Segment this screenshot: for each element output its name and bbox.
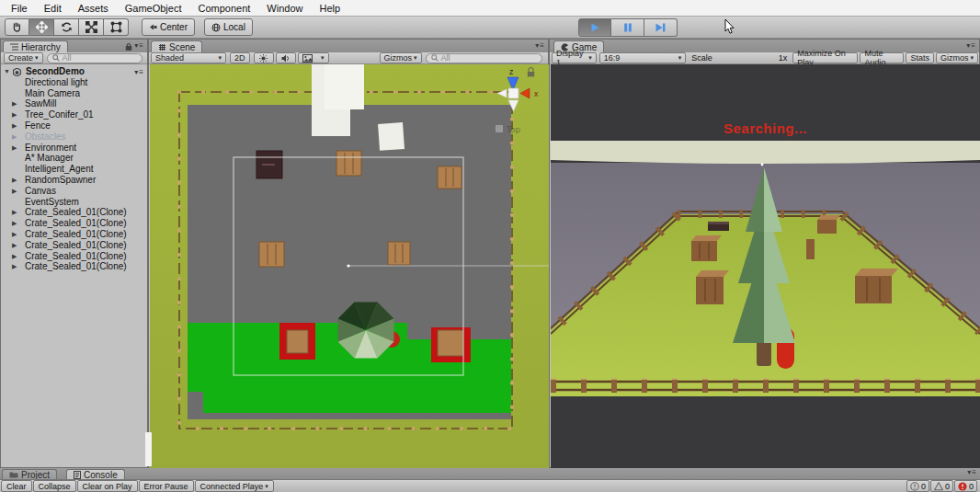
- unity-scene-icon: [13, 68, 21, 76]
- rotate-tool-button[interactable]: [54, 18, 79, 36]
- scene-lighting-button[interactable]: [254, 52, 274, 63]
- tab-project-label: Project: [21, 470, 50, 480]
- menu-window[interactable]: Window: [258, 0, 311, 17]
- scale-icon: [85, 21, 97, 33]
- lock-icon[interactable]: [125, 43, 132, 51]
- scene-search-input[interactable]: All: [426, 53, 542, 63]
- shading-mode-dropdown[interactable]: Shaded▾: [151, 52, 226, 63]
- scene-panel-menu-icon[interactable]: ▾≡: [535, 41, 545, 50]
- game-panel-menu-icon[interactable]: ▾≡: [966, 41, 976, 50]
- scene-viewport-canvas[interactable]: z x Top: [150, 64, 549, 468]
- play-button[interactable]: [578, 18, 611, 37]
- mute-audio-button[interactable]: Mute Audio: [860, 52, 904, 63]
- console-error-filter[interactable]: 0: [954, 480, 977, 492]
- hierarchy-item[interactable]: ▶Tree_Conifer_01: [1, 109, 147, 120]
- hierarchy-item[interactable]: Main Camera: [1, 88, 147, 99]
- chevron-down-icon: ▾: [218, 54, 222, 62]
- hierarchy-item-disabled[interactable]: ▶Obstacles: [1, 132, 147, 143]
- scene-edge-scrollbar[interactable]: [145, 432, 152, 466]
- move-tool-button[interactable]: [29, 18, 54, 36]
- foldout-icon[interactable]: ▶: [12, 143, 17, 154]
- chevron-down-icon: ▾: [35, 54, 39, 62]
- hierarchy-item[interactable]: ▶Fence: [1, 120, 147, 132]
- hierarchy-panel-menu-icon[interactable]: ▾≡: [134, 41, 144, 50]
- scale-tool-button[interactable]: [79, 18, 104, 36]
- foldout-icon[interactable]: ▶: [12, 132, 17, 143]
- hierarchy-item[interactable]: ▶Environment: [1, 143, 147, 154]
- console-warning-filter[interactable]: 0: [930, 480, 953, 492]
- search-icon: [52, 54, 60, 62]
- foldout-icon[interactable]: ▶: [12, 218, 17, 229]
- space-local-button[interactable]: Local: [204, 18, 253, 36]
- game-tabstrip: Game ▾≡: [550, 40, 979, 52]
- scene-tree[interactable]: [338, 303, 394, 359]
- menu-assets[interactable]: Assets: [70, 0, 117, 17]
- bottom-panel-menu-icon[interactable]: ▾≡: [967, 468, 977, 476]
- 2d-toggle-button[interactable]: 2D: [230, 52, 250, 63]
- foldout-icon[interactable]: ▶: [12, 175, 17, 186]
- scene-effects-dropdown[interactable]: ▾: [298, 52, 329, 63]
- hand-tool-button[interactable]: [5, 18, 29, 36]
- foldout-open-icon[interactable]: ▼: [4, 66, 10, 77]
- tab-project[interactable]: Project: [2, 469, 57, 479]
- scene-audio-button[interactable]: [276, 52, 296, 63]
- error-icon: [958, 482, 967, 491]
- rect-tool-button[interactable]: [104, 18, 129, 36]
- console-connected-player-dropdown[interactable]: Connected Playe▾: [195, 480, 274, 492]
- hierarchy-item[interactable]: A* Manager: [1, 153, 147, 164]
- stats-button[interactable]: Stats: [906, 52, 934, 63]
- hierarchy-item[interactable]: Directional light: [1, 77, 147, 88]
- menu-gameobject[interactable]: GameObject: [117, 0, 190, 17]
- console-error-pause-button[interactable]: Error Pause: [139, 480, 194, 492]
- scene-root-row[interactable]: ▼ SecondDemo ▾≡: [1, 66, 147, 77]
- hierarchy-item[interactable]: ▶Crate_Sealed_01(Clone): [1, 251, 147, 262]
- tab-console[interactable]: Console: [66, 469, 125, 479]
- console-clear-on-play-button[interactable]: Clear on Play: [77, 480, 138, 492]
- game-gizmos-dropdown[interactable]: Gizmos▾: [936, 52, 978, 63]
- foldout-icon[interactable]: ▶: [12, 261, 17, 272]
- hierarchy-item[interactable]: ▶Canvas: [1, 186, 147, 197]
- create-button[interactable]: Create▾: [4, 52, 43, 63]
- scene-gizmos-dropdown[interactable]: Gizmos▾: [380, 52, 422, 63]
- hierarchy-item[interactable]: ▶RandomSpawner: [1, 175, 147, 186]
- menu-file[interactable]: File: [3, 0, 36, 17]
- menu-edit[interactable]: Edit: [36, 0, 70, 17]
- pivot-center-button[interactable]: Center: [142, 18, 195, 36]
- display-dropdown[interactable]: Display 1▾: [552, 52, 597, 63]
- foldout-icon[interactable]: ▶: [12, 109, 17, 120]
- hierarchy-toolbar: Create▾ All: [1, 52, 147, 64]
- hierarchy-item[interactable]: ▶Crate_Sealed_01(Clone): [1, 218, 147, 229]
- hierarchy-search-input[interactable]: All: [47, 53, 142, 63]
- hierarchy-item[interactable]: ▶Crate_Sealed_01(Clone): [1, 240, 147, 251]
- step-button[interactable]: [644, 18, 678, 37]
- console-info-filter[interactable]: 0: [906, 480, 929, 492]
- console-clear-button[interactable]: Clear: [1, 480, 32, 492]
- foldout-icon[interactable]: ▶: [12, 207, 17, 218]
- hierarchy-item[interactable]: ▶Crate_Sealed_01(Clone): [1, 229, 147, 240]
- scene-name-label: SecondDemo: [26, 66, 85, 77]
- menu-component[interactable]: Component: [189, 0, 258, 17]
- foldout-icon[interactable]: ▶: [12, 240, 17, 251]
- foldout-icon[interactable]: ▶: [12, 186, 17, 197]
- foldout-icon[interactable]: ▶: [12, 120, 17, 132]
- hierarchy-item[interactable]: EventSystem: [1, 197, 147, 208]
- tab-console-label: Console: [84, 470, 118, 480]
- menu-help[interactable]: Help: [311, 0, 348, 17]
- tab-hierarchy[interactable]: Hierarchy: [3, 40, 68, 52]
- tab-scene[interactable]: Scene: [151, 40, 202, 52]
- hierarchy-item[interactable]: ▶Crate_Sealed_01(Clone): [1, 207, 147, 218]
- aspect-dropdown[interactable]: 16:9▾: [599, 52, 686, 63]
- hierarchy-panel: Hierarchy ▾≡ Create▾ All ▼ SecondDemo ▾≡…: [0, 39, 148, 468]
- foldout-icon[interactable]: ▶: [12, 98, 17, 109]
- mouse-cursor: [724, 19, 735, 35]
- console-icon: [74, 471, 81, 479]
- hierarchy-item[interactable]: Intelligent_Agent: [1, 164, 147, 175]
- maximize-on-play-button[interactable]: Maximize On Play: [792, 52, 858, 63]
- foldout-icon[interactable]: ▶: [12, 229, 17, 240]
- pause-button[interactable]: [611, 18, 644, 37]
- foldout-icon[interactable]: ▶: [12, 251, 17, 262]
- console-collapse-button[interactable]: Collapse: [33, 480, 76, 492]
- hierarchy-item[interactable]: ▶SawMill: [1, 98, 147, 109]
- gizmo-center-cube[interactable]: [508, 88, 518, 98]
- hierarchy-item[interactable]: ▶Crate_Sealed_01(Clone): [1, 261, 147, 272]
